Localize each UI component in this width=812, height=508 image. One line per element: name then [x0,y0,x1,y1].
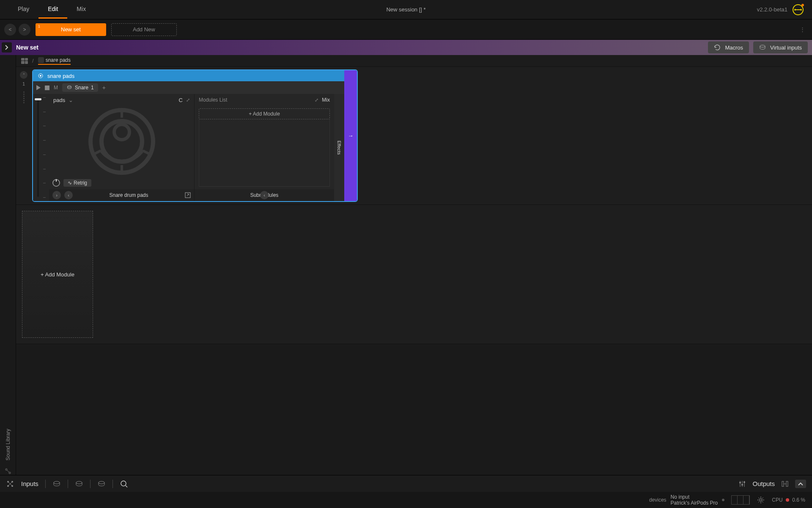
module-title-label: snare pads [47,73,74,79]
inputs-label: Inputs [21,480,38,487]
search-input-icon[interactable] [120,480,128,488]
svg-rect-26 [786,481,788,486]
virtual-inputs-button[interactable]: Virtual inputs [753,41,808,53]
add-module-slot[interactable]: + Add Module [22,211,93,338]
svg-point-22 [739,482,741,483]
drum-input-icon-2[interactable] [75,480,83,488]
link-icon[interactable] [4,467,12,475]
cpu-percent: 0.6 % [792,497,805,503]
knob[interactable] [52,179,60,187]
sliders-icon[interactable] [738,480,746,488]
virtual-inputs-label: Virtual inputs [770,44,802,51]
pad-visual[interactable] [49,106,194,177]
sound-library-toggle[interactable]: Sound Library [5,429,11,461]
pads-dropdown[interactable]: pads [53,97,65,103]
collapse-row-icon[interactable]: ˄ [20,71,27,79]
set-strip-more-icon[interactable]: ⋮ [797,24,808,35]
drum-pad-icon [88,108,156,175]
fader[interactable] [33,94,43,201]
popout-icon[interactable] [185,192,191,198]
grid-view-icon[interactable] [21,58,28,64]
submodules-panel: Modules List ⤢ Mix + Add Module [195,94,334,201]
waveform-icon: ∿ [68,180,72,186]
breadcrumb-bar: / snare pads [16,55,812,67]
svg-point-5 [68,86,71,88]
retrig-button[interactable]: ∿ Retrig [63,179,91,187]
tab-mix[interactable]: Mix [67,0,95,19]
pads-panel: pads ⌄ C ⤢ [49,94,195,201]
submodules-bottom-bar: ‹ Submodules [195,189,334,201]
routing-icon[interactable] [6,480,14,488]
module-row-1: ˄ 1 snare pads [16,67,812,205]
submodules-empty [199,119,330,187]
drum-input-icon-3[interactable] [97,480,106,488]
top-menu-bar: Play Edit Mix New session [] * v2.2.0-be… [0,0,812,19]
macros-button[interactable]: Macros [708,41,749,53]
empty-space [16,344,812,475]
play-button[interactable] [36,85,41,90]
nav-back-button[interactable]: < [4,24,16,36]
instrument-chip[interactable]: Snare 1 [62,83,98,92]
session-title: New session [] * [386,6,425,13]
drum-icon [66,85,72,91]
main-area: Sound Library / snare pads ˄ 1 [0,55,812,475]
add-new-set-button[interactable]: Add New [111,23,177,36]
level-meter [731,495,750,505]
svg-point-2 [9,472,11,474]
set-tab-active[interactable]: 1 New set [36,23,106,36]
pads-header: pads ⌄ C ⤢ [49,94,194,106]
expand-icon[interactable]: ⤢ [315,97,318,103]
breadcrumb-item[interactable]: snare pads [38,57,71,65]
svg-point-19 [76,481,82,484]
add-submodule-button[interactable]: + Add Module [199,108,330,119]
module-body: pads ⌄ C ⤢ [33,94,344,201]
track-controls: M Snare 1 + [33,81,344,94]
chevron-down-icon[interactable]: ⌄ [69,97,73,103]
pads-footer-label: Snare drum pads [76,192,181,198]
prev-button[interactable]: › [52,191,61,199]
set-title: New set [16,44,38,51]
sub-prev-button[interactable]: ‹ [260,191,269,199]
mute-button[interactable]: M [54,85,58,91]
set-header: New set Macros Virtual inputs [0,40,812,55]
status-bar: devices No input Patrick's AirPods Pro C… [0,492,812,508]
left-rail: Sound Library [0,55,16,475]
mix-label: Mix [322,97,330,103]
module-row-2: + Add Module [16,205,812,344]
svg-rect-25 [782,481,784,486]
drum-icon [759,44,766,51]
breadcrumb-sep: / [32,58,34,64]
sidebar-expand-button[interactable] [2,42,12,52]
fader-handle[interactable] [35,98,41,100]
svg-point-23 [741,484,743,486]
next-button[interactable]: ‹ [64,191,73,199]
svg-point-21 [121,481,126,486]
modules-list-label: Modules List [199,97,227,103]
tab-play[interactable]: Play [8,0,38,19]
device-status-dot-icon [722,499,724,501]
expand-io-button[interactable] [795,480,806,488]
nav-forward-button[interactable]: > [19,24,30,36]
module-output-arrow[interactable]: → [344,70,357,201]
module-icon [38,57,44,63]
svg-point-24 [743,481,745,483]
row-gutter: ˄ 1 [19,69,29,202]
add-track-button[interactable]: + [102,84,106,91]
pads-footer-controls: ∿ Retrig [49,177,194,189]
tab-edit[interactable]: Edit [38,0,67,19]
settings-icon[interactable] [757,496,765,504]
stop-button[interactable] [45,86,49,90]
effects-tab[interactable]: Effects [334,94,344,201]
output-routing-icon[interactable] [781,480,789,488]
svg-point-27 [760,499,762,501]
drag-handle-icon[interactable] [23,91,25,103]
row-number: 1 [22,81,25,86]
svg-point-0 [760,45,765,47]
svg-line-12 [143,151,150,154]
app-logo-icon[interactable] [793,4,804,15]
drum-input-icon-1[interactable] [52,480,61,488]
set-tab-label: New set [61,26,81,33]
expand-icon[interactable]: ⤢ [186,97,190,103]
devices-block[interactable]: devices No input Patrick's AirPods Pro [649,494,724,506]
module-title-bar[interactable]: snare pads [33,70,344,81]
